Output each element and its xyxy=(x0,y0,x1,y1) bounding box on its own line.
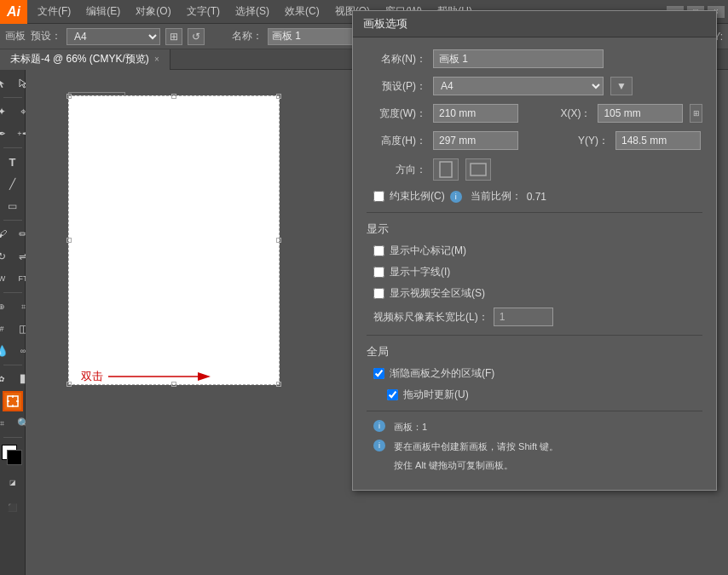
menu-select[interactable]: 选择(S) xyxy=(228,3,276,20)
update-on-drag-checkbox[interactable] xyxy=(387,389,398,400)
normal-mode[interactable]: □ xyxy=(0,472,2,492)
landscape-button[interactable] xyxy=(465,158,491,181)
artboard-tool[interactable] xyxy=(3,391,23,411)
ratio-value: 0.71 xyxy=(527,191,546,203)
handle-tm[interactable] xyxy=(171,94,176,99)
x-label-dialog: X(X)： xyxy=(548,106,591,121)
preset-icon1[interactable]: ⊞ xyxy=(165,28,182,45)
width-tool[interactable]: W xyxy=(0,268,12,289)
orientation-label: 方向： xyxy=(367,163,426,177)
tab-close-button[interactable]: × xyxy=(154,55,159,64)
handle-ml[interactable] xyxy=(66,238,72,243)
selection-tool[interactable] xyxy=(0,73,12,94)
video-pixel-row: 视频标尺像素长宽比(L)： xyxy=(367,308,702,326)
document-tab[interactable]: 未标题-4 @ 66% (CMYK/预览) × xyxy=(0,49,170,70)
annotation-text: 双击 xyxy=(81,369,103,384)
name-label-ctrl: 名称： xyxy=(232,29,263,43)
symbol-sprayer-tool[interactable]: ✿ xyxy=(0,369,12,389)
preset-select[interactable]: A4 xyxy=(66,28,160,45)
menu-file[interactable]: 文件(F) xyxy=(31,3,78,20)
link-icon[interactable]: ⊞ xyxy=(690,104,702,123)
menu-object[interactable]: 对象(O) xyxy=(129,3,177,20)
name-field-row: 名称(N)： xyxy=(367,49,702,68)
fade-outside-checkbox[interactable] xyxy=(373,368,384,379)
menu-effect[interactable]: 效果(C) xyxy=(278,3,326,20)
global-section-label: 全局 xyxy=(367,344,702,359)
magic-wand-tool[interactable]: ✦ xyxy=(0,101,12,122)
svg-marker-6 xyxy=(198,372,211,381)
preset-field-row: 预设(P)： A4 ▼ xyxy=(367,77,702,95)
annotation-group: 双击 xyxy=(81,368,211,385)
height-input[interactable] xyxy=(433,131,518,150)
screen-mode-button[interactable]: ⬛ xyxy=(3,497,23,518)
ratio-label: 当前比例： xyxy=(471,189,522,204)
svg-rect-8 xyxy=(471,164,486,175)
rotate-tool[interactable]: ↻ xyxy=(0,246,12,267)
pen-tool[interactable]: ✒ xyxy=(0,124,12,144)
handle-mr[interactable] xyxy=(276,238,281,243)
info-row-2: i 要在画板中创建新画板，请按 Shift 键。 xyxy=(367,440,702,454)
tab-label: 未标题-4 @ 66% (CMYK/预览) xyxy=(10,52,149,66)
show-crosshair-label: 显示十字线(I) xyxy=(390,265,450,279)
panel-label: 画板 xyxy=(5,29,26,43)
preset-label: 预设： xyxy=(31,29,61,43)
type-tool[interactable]: T xyxy=(3,152,23,172)
show-crosshair-checkbox[interactable] xyxy=(373,267,384,278)
handle-tr[interactable] xyxy=(276,94,281,99)
brush-tool[interactable]: 🖌 xyxy=(0,224,12,244)
name-field-input[interactable] xyxy=(433,49,604,68)
line-tool[interactable]: ╱ xyxy=(3,174,23,194)
fade-outside-label: 渐隐画板之外的区域(F) xyxy=(390,366,494,381)
main-area: ✦ ⌖ ✒ +✒ T ╱ ▭ 🖌 ✏ ↻ ⇌ W FT xyxy=(0,70,728,575)
y-input[interactable] xyxy=(615,131,701,150)
shape-builder-tool[interactable]: ⊕ xyxy=(0,296,12,317)
section-divider-2 xyxy=(367,335,702,336)
color-swatches[interactable] xyxy=(2,445,24,467)
show-safe-row: 显示视频安全区域(S) xyxy=(367,286,702,301)
preset-field-select[interactable]: A4 xyxy=(433,77,604,95)
info-alt-tip: 按住 Alt 键拖动可复制画板。 xyxy=(394,458,513,473)
handle-tl[interactable] xyxy=(66,94,72,99)
foreground-swatch[interactable] xyxy=(7,450,22,465)
preset-field-label: 预设(P)： xyxy=(367,79,426,94)
width-input[interactable] xyxy=(433,104,518,123)
show-safe-checkbox[interactable] xyxy=(373,288,384,299)
info-icon-2: i xyxy=(373,440,385,451)
name-input-ctrl[interactable] xyxy=(268,28,353,45)
rectangle-tool[interactable]: ▭ xyxy=(3,196,23,216)
video-pixel-label: 视频标尺像素长宽比(L)： xyxy=(373,310,488,325)
constrain-checkbox[interactable] xyxy=(373,191,384,202)
info-row-3: 按住 Alt 键拖动可复制画板。 xyxy=(367,458,702,473)
slice-tool[interactable]: ⌗ xyxy=(0,413,12,434)
ai-logo: Ai xyxy=(0,0,27,24)
info-icon-1: i xyxy=(373,420,385,432)
annotation-arrow xyxy=(108,368,211,385)
eyedropper-tool[interactable]: 💧 xyxy=(0,341,12,361)
preset-icon2[interactable]: ↺ xyxy=(188,28,205,45)
menu-edit[interactable]: 编辑(E) xyxy=(79,3,127,20)
video-pixel-input[interactable] xyxy=(494,308,553,326)
dialog-title: 画板选项 xyxy=(353,11,716,37)
x-input[interactable] xyxy=(598,104,683,123)
height-label: 高度(H)： xyxy=(367,134,426,148)
show-center-row: 显示中心标记(M) xyxy=(367,244,702,258)
show-center-checkbox[interactable] xyxy=(373,245,384,256)
constrain-row: 约束比例(C) i 当前比例： 0.71 xyxy=(367,189,702,204)
handle-bl[interactable] xyxy=(66,382,72,387)
artboard-options-dialog: 画板选项 名称(N)： 预设(P)： A4 ▼ 宽度(W)： X(X)： xyxy=(352,10,717,491)
show-safe-label: 显示视频安全区域(S) xyxy=(390,286,485,301)
y-label-dialog: Y(Y)： xyxy=(566,134,609,148)
name-field-label: 名称(N)： xyxy=(367,52,426,66)
handle-br[interactable] xyxy=(276,382,281,387)
constrain-info-icon: i xyxy=(450,191,462,203)
info-artboard-count: 画板：1 xyxy=(394,420,427,434)
mesh-tool[interactable]: # xyxy=(0,319,12,339)
orientation-row: 方向： xyxy=(367,158,702,181)
info-shift-tip: 要在画板中创建新画板，请按 Shift 键。 xyxy=(394,440,558,454)
artboard xyxy=(68,95,280,385)
portrait-button[interactable] xyxy=(433,158,459,181)
preset-menu-icon[interactable]: ▼ xyxy=(610,77,633,95)
menu-type[interactable]: 文字(T) xyxy=(180,3,227,20)
info-row-1: i 画板：1 xyxy=(367,420,702,434)
mask-mode[interactable]: ◪ xyxy=(3,472,23,492)
